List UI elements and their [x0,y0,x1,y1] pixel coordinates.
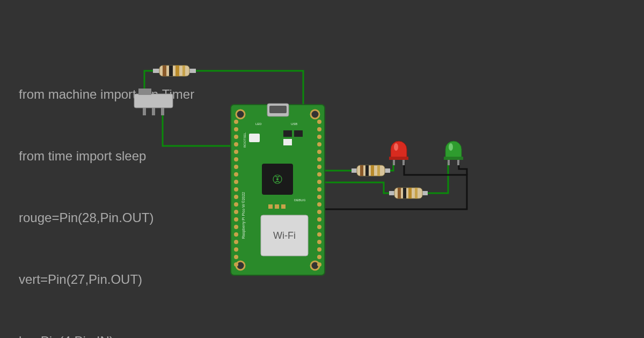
svg-point-55 [317,247,321,252]
svg-rect-87 [457,160,459,165]
svg-point-53 [317,232,321,237]
svg-point-34 [234,240,238,244]
board-copyright: Raspberry Pi Pico W ©2022 [241,192,246,239]
pico-board[interactable]: LED USB BOOTSEL DEBUG Wi-Fi Raspberry Pi [231,104,325,275]
svg-rect-72 [365,165,369,176]
svg-point-35 [234,247,238,252]
svg-rect-66 [275,204,279,209]
svg-rect-77 [398,188,401,199]
svg-rect-82 [393,160,395,165]
svg-point-24 [234,165,238,169]
svg-rect-80 [415,188,418,199]
svg-point-23 [234,157,238,161]
svg-rect-7 [138,89,151,95]
resistor-top[interactable] [153,65,196,76]
svg-rect-81 [389,157,408,160]
svg-rect-85 [444,157,463,160]
svg-rect-65 [268,204,273,209]
svg-rect-5 [182,65,185,76]
svg-point-41 [317,142,321,146]
svg-point-25 [234,172,238,177]
svg-rect-71 [360,165,363,176]
label-usb: USB [291,122,297,126]
svg-point-32 [234,225,238,229]
svg-point-48 [317,195,321,199]
svg-point-54 [317,240,321,244]
svg-rect-58 [249,134,260,142]
svg-point-13 [311,110,319,119]
svg-point-18 [234,120,238,124]
svg-point-40 [317,135,321,139]
svg-point-19 [234,127,238,131]
svg-point-27 [234,187,238,192]
svg-point-30 [234,210,238,214]
svg-rect-74 [377,165,380,176]
resistor-red[interactable] [352,165,390,176]
svg-point-12 [236,110,245,119]
svg-rect-73 [371,165,374,176]
svg-rect-10 [161,108,164,115]
svg-point-84 [394,143,398,151]
svg-rect-83 [402,160,405,165]
svg-point-29 [234,202,238,207]
svg-rect-8 [143,108,146,115]
svg-rect-59 [283,130,292,137]
svg-rect-60 [294,130,303,137]
svg-point-20 [234,135,238,139]
svg-point-21 [234,142,238,146]
svg-rect-3 [169,65,173,76]
label-led: LED [255,122,262,126]
slide-switch[interactable] [134,89,173,115]
svg-point-47 [317,187,321,192]
svg-point-52 [317,225,321,229]
svg-rect-17 [269,106,287,113]
resistor-green[interactable] [389,188,428,199]
svg-point-88 [449,143,453,151]
svg-point-50 [317,210,321,214]
svg-rect-67 [281,204,286,209]
svg-point-49 [317,202,321,207]
svg-point-38 [317,120,321,124]
svg-rect-79 [408,188,412,199]
svg-point-64 [276,178,279,180]
svg-point-37 [234,262,238,267]
svg-point-42 [317,150,321,154]
svg-point-46 [317,180,321,184]
led-red[interactable] [389,141,408,165]
svg-point-31 [234,217,238,222]
label-bootsel: BOOTSEL [243,132,246,148]
svg-point-36 [234,255,238,259]
svg-rect-78 [403,188,406,199]
svg-rect-6 [134,94,173,108]
circuit-diagram[interactable]: LED USB BOOTSEL DEBUG Wi-Fi Raspberry Pi [0,0,644,338]
svg-point-56 [317,255,321,259]
svg-point-43 [317,157,321,161]
svg-rect-86 [448,160,450,165]
svg-rect-2 [163,65,166,76]
svg-point-44 [317,165,321,169]
label-wifi: Wi-Fi [273,230,296,241]
svg-point-28 [234,195,238,199]
svg-rect-9 [152,108,155,115]
svg-point-33 [234,232,238,237]
svg-rect-4 [175,65,179,76]
svg-point-57 [317,262,321,267]
label-debug: DEBUG [294,199,306,202]
svg-rect-61 [283,139,292,145]
led-green[interactable] [444,141,463,165]
svg-point-26 [234,180,238,184]
svg-point-51 [317,217,321,222]
svg-point-39 [317,127,321,131]
svg-point-45 [317,172,321,177]
svg-point-22 [234,150,238,154]
